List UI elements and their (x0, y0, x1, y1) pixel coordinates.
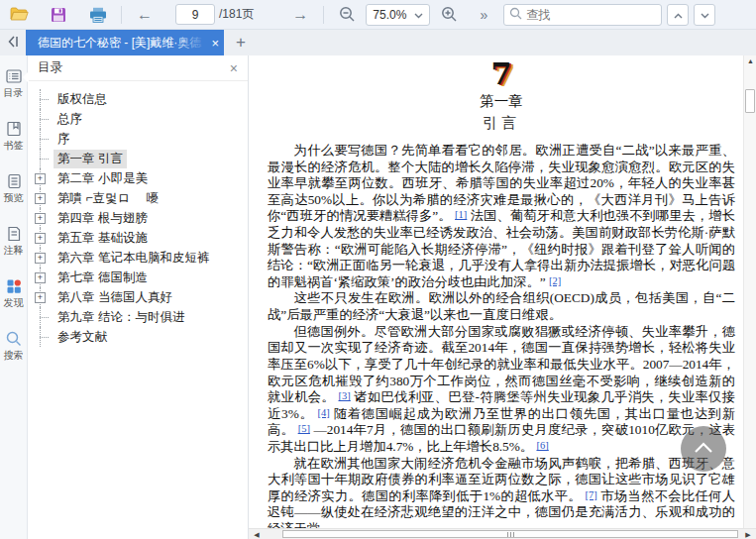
find-next-button[interactable] (694, 4, 715, 26)
toc-expand-icon[interactable]: + (28, 268, 54, 287)
zoom-out-button[interactable] (334, 3, 360, 27)
toc-item[interactable]: 版权信息 (28, 89, 248, 109)
toc-panel-header: 目录 × (28, 55, 248, 81)
chevron-up-icon (674, 7, 683, 22)
zoom-level-select[interactable]: 75.0% (366, 4, 430, 26)
chapter-label: 第一章 (268, 92, 735, 111)
toc-expand-icon[interactable]: + (28, 248, 54, 268)
footnote-ref-link[interactable]: [3] (339, 390, 351, 401)
new-tab-button[interactable]: + (224, 30, 258, 55)
scroll-right-arrow-icon[interactable]: ▶ (742, 529, 754, 539)
zoom-level-value: 75.0% (373, 8, 406, 22)
toc-item[interactable]: +第二章 小即是美 (28, 168, 248, 188)
toc-item[interactable]: +第四章 根与翅膀 (28, 208, 248, 228)
toc-list: 版权信息总序序第一章 引言+第二章 小即是美+第嘳 ⌐壴멏ロ゚ 嚘+第四章 根与… (28, 81, 248, 539)
toc-item[interactable]: +第嘳 ⌐壴멏ロ゚ 嚘 (28, 188, 248, 208)
toc-expand-icon[interactable]: + (28, 188, 54, 208)
toc-item[interactable]: 总序 (28, 109, 248, 129)
horizontal-scroll-thumb[interactable] (282, 530, 738, 538)
toc-tree-line (28, 129, 54, 149)
toc-expand-icon[interactable]: + (28, 168, 54, 188)
toc-item-label: 第七章 德国制造 (54, 269, 152, 287)
save-button[interactable] (46, 3, 71, 27)
preview-icon (5, 172, 23, 190)
document-view: 7 第一章 引言 为什么要写德国？先简单看看它的邻居。欧洲正遭受自“二战”以来最… (249, 55, 756, 539)
toc-item[interactable]: +第七章 德国制造 (28, 268, 248, 287)
printer-icon (89, 7, 107, 23)
print-button[interactable] (85, 3, 111, 27)
sidebar-item-toc[interactable]: 目录 (0, 67, 28, 98)
sidebar-item-label: 目录 (4, 87, 24, 98)
search-input[interactable] (526, 8, 656, 22)
toc-item-label: 第八章 当德国人真好 (54, 288, 176, 307)
save-floppy-icon (51, 7, 66, 23)
paragraph-text: —2014年7月，德国的出口额刷新历史月度纪录，突破1010亿欧元，这表示其出口… (268, 422, 735, 454)
collapse-tabs-icon (7, 36, 19, 51)
toc-item[interactable]: 第九章 结论：与时俱进 (28, 307, 248, 327)
tab-scroll-left-button[interactable] (0, 30, 26, 55)
body-text: 为什么要写德国？先简单看看它的邻居。欧洲正遭受自“二战”以来最严重、最漫长的经济… (268, 143, 735, 528)
sidebar-item-label: 书签 (4, 140, 24, 151)
scroll-up-arrow-icon[interactable]: ▲ (744, 57, 756, 64)
toc-item[interactable]: +第五章 基础设施 (28, 228, 248, 248)
paragraph: 为什么要写德国？先简单看看它的邻居。欧洲正遭受自“二战”以来最严重、最漫长的经济… (268, 143, 735, 290)
horizontal-scrollbar[interactable]: ◀ ▶ (249, 528, 756, 539)
toc-tree-line (28, 89, 54, 109)
sidebar-item-discover[interactable]: 发现 (0, 277, 28, 308)
toc-tree-line (28, 149, 54, 168)
zoom-in-icon (441, 6, 458, 23)
footnote-ref-link[interactable]: [7] (586, 489, 597, 500)
page-number-input[interactable] (175, 4, 215, 25)
chevron-up-icon (694, 442, 713, 457)
toc-item[interactable]: +第六章 笔记本电脑和皮短裤 (28, 248, 248, 268)
toc-item-label: 总序 (54, 110, 86, 129)
footnote-ref-link[interactable]: [1] (455, 209, 467, 220)
document-tab[interactable]: 德国的七个秘密 - [美]戴维·奥德 × (26, 30, 224, 55)
search-icon (5, 330, 23, 348)
tab-close-icon[interactable]: × (211, 37, 219, 50)
annotation-icon (5, 225, 23, 243)
toc-item[interactable]: 参考文献 (28, 327, 248, 347)
toc-item[interactable]: 序 (28, 129, 248, 149)
toc-item-label: 第五章 基础设施 (54, 229, 152, 248)
open-file-button[interactable] (6, 3, 32, 27)
toc-item-label: 第四章 根与翅膀 (54, 209, 152, 228)
footnote-ref-link[interactable]: [6] (536, 440, 548, 451)
sidebar-item-bookmark[interactable]: 书签 (0, 120, 28, 151)
toc-panel: 目录 × 版权信息总序序第一章 引言+第二章 小即是美+第嘳 ⌐壴멏ロ゚ 嚘+第… (28, 55, 249, 539)
navigation-strip: 目录书签预览注释发现搜索 (0, 55, 28, 539)
back-to-top-button[interactable] (681, 426, 726, 472)
toc-expand-icon[interactable]: + (28, 208, 54, 228)
scroll-left-arrow-icon[interactable]: ◀ (251, 529, 263, 539)
toc-expand-icon[interactable]: + (28, 287, 54, 307)
sidebar-item-search[interactable]: 搜索 (0, 330, 28, 361)
open-folder-icon (10, 7, 29, 22)
chapter-title: 引言 (268, 114, 735, 133)
toc-tree-line (28, 109, 54, 129)
zoom-out-icon (339, 6, 356, 23)
find-previous-button[interactable] (667, 4, 689, 26)
arrow-left-icon: ← (137, 7, 153, 23)
footnote-ref-link[interactable]: [5] (298, 423, 310, 434)
toc-close-icon[interactable]: × (230, 61, 238, 75)
bookmark-icon (5, 120, 23, 138)
paragraph: 这些不只发生在欧洲。欧洲以外的经合组织(OECD)成员，包括美国，自“二战”后最… (268, 290, 735, 323)
sidebar-item-preview[interactable]: 预览 (0, 172, 28, 203)
toc-item[interactable]: +第八章 当德国人真好 (28, 287, 248, 307)
footnote-ref-link[interactable]: [2] (549, 275, 561, 286)
toc-expand-icon[interactable]: + (28, 228, 54, 248)
footnote-ref-link[interactable]: [4] (317, 407, 329, 418)
zoom-in-button[interactable] (436, 3, 462, 27)
search-box (503, 4, 662, 26)
toc-item[interactable]: 第一章 引言 (28, 149, 248, 168)
discover-icon (5, 277, 23, 295)
previous-page-button[interactable]: ← (132, 3, 158, 27)
sidebar-item-annotation[interactable]: 注释 (0, 225, 28, 256)
vertical-scrollbar[interactable]: ▲ (743, 55, 756, 528)
paragraph: 就在欧洲其他国家大闹经济危机令金融市场风声鹤唳，把希腊、西班牙、意大利等国十年期… (268, 456, 735, 528)
vertical-scroll-thumb[interactable] (745, 89, 755, 113)
more-tools-button[interactable]: » (476, 7, 491, 23)
next-page-button[interactable]: → (287, 3, 313, 27)
sidebar-item-label: 搜索 (4, 350, 24, 361)
chevron-down-icon (414, 8, 423, 22)
